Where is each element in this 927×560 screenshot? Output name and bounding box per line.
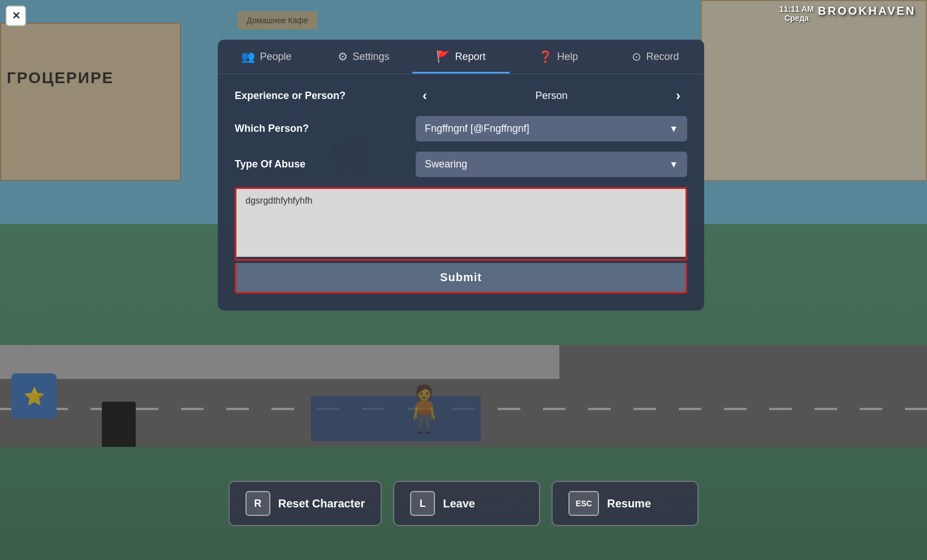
settings-icon: ⚙ [338, 50, 348, 63]
form-area: Experience or Person? ‹ Person › Which P… [218, 74, 704, 311]
tab-people[interactable]: 👥 People [218, 40, 315, 74]
reset-character-label: Reset Character [278, 497, 365, 510]
which-person-control: Fngffngnf [@Fngffngnf] ▼ [416, 116, 687, 141]
experience-row: Experience or Person? ‹ Person › [235, 85, 687, 106]
dropdown-arrow-icon: ▼ [669, 124, 678, 134]
esc-key-badge: ESC [568, 491, 599, 516]
r-key-badge: R [245, 491, 270, 516]
game-character: 🧍 [396, 382, 452, 436]
hud-game-title: BROOKHAVEN [818, 5, 916, 18]
help-icon: ❓ [538, 50, 553, 63]
trash-bin [102, 402, 136, 447]
abuse-dropdown-arrow-icon: ▼ [669, 160, 678, 170]
shopping-cart: ⭐ [11, 373, 57, 419]
submit-button[interactable]: Submit [236, 263, 685, 292]
hud-topbar: 11:11 AM Среда BROOKHAVEN [0, 0, 927, 28]
tab-record[interactable]: ⊙ Record [607, 40, 704, 74]
person-dropdown-value: Fngffngnf [@Fngffngnf] [425, 123, 529, 135]
tab-record-label: Record [646, 51, 679, 63]
main-panel: 👥 People ⚙ Settings 🚩 Report ❓ Help ⊙ Re… [218, 40, 704, 311]
submit-wrapper: Submit [235, 263, 687, 294]
resume-label: Resume [607, 497, 651, 510]
record-icon: ⊙ [632, 50, 641, 63]
abuse-type-label: Type Of Abuse [235, 158, 416, 170]
report-icon: 🚩 [436, 50, 450, 63]
tab-settings[interactable]: ⚙ Settings [315, 40, 412, 74]
close-button[interactable]: ✕ [6, 6, 26, 26]
people-icon: 👥 [241, 50, 255, 63]
person-dropdown[interactable]: Fngffngnf [@Fngffngnf] ▼ [416, 116, 687, 141]
which-person-row: Which Person? Fngffngnf [@Fngffngnf] ▼ [235, 116, 687, 141]
abuse-dropdown-value: Swearing [425, 158, 467, 170]
leave-label: Leave [443, 497, 475, 510]
next-arrow[interactable]: › [669, 85, 687, 106]
tab-help-label: Help [557, 51, 578, 63]
tab-report[interactable]: 🚩 Report [412, 40, 510, 74]
abuse-type-control: Swearing ▼ [416, 152, 687, 177]
reset-character-button[interactable]: R Reset Character [228, 481, 382, 526]
abuse-dropdown[interactable]: Swearing ▼ [416, 152, 687, 177]
sidewalk [0, 345, 559, 379]
prev-arrow[interactable]: ‹ [416, 85, 434, 106]
tab-bar: 👥 People ⚙ Settings 🚩 Report ❓ Help ⊙ Re… [218, 40, 704, 74]
report-textarea[interactable] [236, 189, 685, 257]
l-key-badge: L [410, 491, 435, 516]
which-person-label: Which Person? [235, 123, 416, 135]
hud-time: 11:11 AM Среда [779, 5, 814, 23]
experience-value: Person [439, 90, 663, 102]
tab-settings-label: Settings [352, 51, 389, 63]
bottom-bar: R Reset Character L Leave ESC Resume [0, 481, 927, 526]
tab-people-label: People [260, 51, 291, 63]
tab-help[interactable]: ❓ Help [510, 40, 607, 74]
tab-report-label: Report [455, 51, 485, 63]
abuse-type-row: Type Of Abuse Swearing ▼ [235, 152, 687, 177]
experience-label: Experience or Person? [235, 90, 416, 102]
building-left [0, 23, 181, 181]
resume-button[interactable]: ESC Resume [551, 481, 699, 526]
textarea-wrapper [235, 187, 687, 261]
leave-button[interactable]: L Leave [393, 481, 540, 526]
experience-control: ‹ Person › [416, 85, 687, 106]
